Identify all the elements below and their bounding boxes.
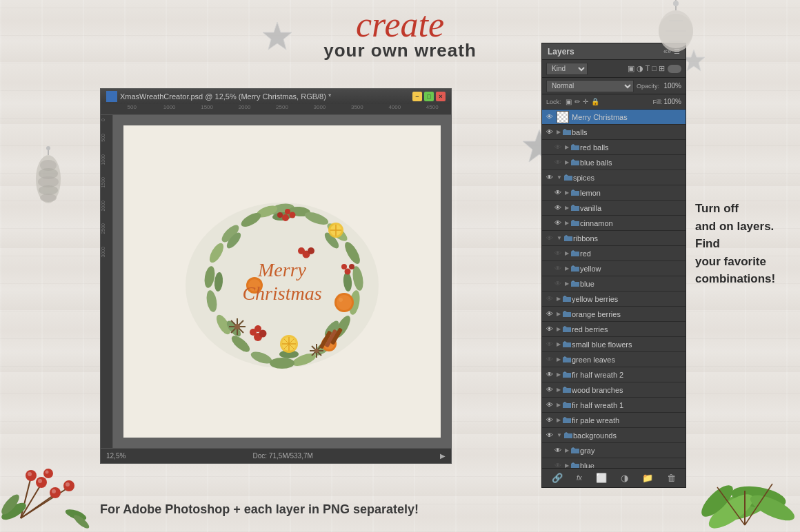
folder-expand-icon[interactable]: ▶	[565, 447, 569, 453]
ps-maximize-button[interactable]: □	[424, 92, 434, 101]
folder-expand-icon[interactable]: ▶	[557, 417, 561, 423]
layer-visibility-toggle[interactable]: 👁	[545, 416, 554, 425]
layer-visibility-toggle[interactable]: 👁	[545, 370, 554, 380]
folder-icon	[570, 158, 580, 166]
photoshop-window[interactable]: XmasWreathCreator.psd @ 12,5% (Merry Chr…	[100, 88, 452, 464]
folder-expand-icon[interactable]: ▶	[557, 356, 561, 362]
lock-all-icon[interactable]: 🔒	[591, 98, 599, 105]
filter-pixel-icon[interactable]: ▣	[628, 64, 634, 73]
layer-visibility-toggle[interactable]: 👁	[545, 355, 554, 365]
layer-visibility-toggle[interactable]: 👁	[553, 446, 563, 456]
folder-expand-icon[interactable]: ▶	[557, 296, 561, 302]
layer-visibility-toggle[interactable]: 👁	[545, 112, 554, 122]
layer-item[interactable]: 👁 Merry Christmas	[542, 110, 686, 125]
fill-value[interactable]: 100%	[663, 98, 681, 105]
layer-item[interactable]: 👁 ▶ cinnamon	[542, 216, 686, 231]
filter-smart-icon[interactable]: ⊞	[659, 64, 665, 73]
opacity-value[interactable]: 100%	[661, 82, 681, 90]
folder-expand-icon[interactable]: ▼	[557, 235, 562, 241]
ps-minimize-button[interactable]: −	[412, 92, 422, 101]
folder-expand-icon[interactable]: ▶	[557, 387, 561, 393]
layer-visibility-toggle[interactable]: 👁	[553, 218, 563, 228]
ps-window-controls[interactable]: − □ ×	[412, 92, 446, 101]
link-layers-icon[interactable]: 🔗	[552, 473, 563, 483]
folder-expand-icon[interactable]: ▶	[565, 280, 569, 287]
layer-visibility-toggle[interactable]: 👁	[553, 203, 563, 213]
layer-item[interactable]: 👁 ▶ vanilla	[542, 201, 686, 216]
layer-item[interactable]: 👁 ▶ blue	[542, 276, 686, 291]
ps-close-button[interactable]: ×	[436, 92, 446, 101]
layer-visibility-toggle[interactable]: 👁	[545, 234, 554, 243]
new-group-icon[interactable]: 📁	[642, 473, 653, 483]
folder-expand-icon[interactable]: ▶	[565, 144, 569, 150]
filter-toggle[interactable]	[668, 65, 681, 73]
layer-visibility-toggle[interactable]: 👁	[545, 173, 554, 183]
layer-item[interactable]: 👁 ▶ fir pale wreath	[542, 413, 686, 428]
folder-expand-icon[interactable]: ▶	[565, 265, 569, 272]
layer-visibility-toggle[interactable]: 👁	[545, 127, 554, 137]
folder-expand-icon[interactable]: ▶	[557, 129, 561, 135]
layer-visibility-toggle[interactable]: 👁	[553, 264, 563, 274]
layer-item[interactable]: 👁 ▶ lemon	[542, 185, 686, 201]
layer-item[interactable]: 👁 ▶ red berries	[542, 322, 686, 337]
layer-item[interactable]: 👁 ▶ blue balls	[542, 155, 686, 170]
folder-expand-icon[interactable]: ▶	[557, 371, 561, 378]
folder-expand-icon[interactable]: ▼	[557, 432, 562, 438]
layer-item[interactable]: 👁 ▶ red balls	[542, 140, 686, 155]
folder-expand-icon[interactable]: ▶	[565, 220, 569, 226]
layer-item[interactable]: 👁 ▼ ribbons	[542, 231, 686, 246]
filter-text-icon[interactable]: T	[646, 64, 650, 73]
folder-expand-icon[interactable]: ▶	[557, 326, 561, 332]
layer-item[interactable]: 👁 ▶ orange berries	[542, 307, 686, 322]
adjustment-layer-icon[interactable]: ◑	[621, 473, 628, 483]
layer-visibility-toggle[interactable]: 👁	[545, 431, 554, 440]
filter-adjust-icon[interactable]: ◑	[637, 64, 643, 73]
folder-expand-icon[interactable]: ▶	[565, 250, 569, 256]
folder-expand-icon[interactable]: ▶	[565, 159, 569, 165]
layers-panel[interactable]: Layers «» ☰ Kind Name Effect ▣ ◑ T □ ⊞	[541, 43, 686, 488]
layer-visibility-toggle[interactable]: 👁	[553, 279, 563, 289]
layer-visibility-toggle[interactable]: 👁	[545, 309, 554, 319]
delete-layer-icon[interactable]: 🗑	[667, 473, 676, 483]
layer-visibility-toggle[interactable]: 👁	[553, 461, 563, 469]
layer-item[interactable]: 👁 ▶ gray	[542, 443, 686, 458]
folder-expand-icon[interactable]: ▶	[557, 402, 561, 408]
lock-transparency-icon[interactable]: ▣	[566, 98, 572, 105]
layer-item[interactable]: 👁 ▶ fir half wreath 1	[542, 398, 686, 413]
layer-visibility-toggle[interactable]: 👁	[545, 294, 554, 304]
folder-expand-icon[interactable]: ▶	[557, 311, 561, 317]
layer-visibility-toggle[interactable]: 👁	[545, 385, 554, 395]
layer-item[interactable]: 👁 ▼ backgrounds	[542, 428, 686, 443]
folder-expand-icon[interactable]: ▼	[557, 174, 562, 181]
layer-item[interactable]: 👁 ▶ green leaves	[542, 352, 686, 367]
layer-item[interactable]: 👁 ▶ fir half wreath 2	[542, 367, 686, 382]
layer-item[interactable]: 👁 ▶ yellow	[542, 261, 686, 276]
layer-visibility-toggle[interactable]: 👁	[545, 340, 554, 349]
layer-item[interactable]: 👁 ▶ small blue flowers	[542, 337, 686, 352]
layer-item[interactable]: 👁 ▶ yellow berries	[542, 291, 686, 307]
layer-item[interactable]: 👁 ▶ balls	[542, 125, 686, 140]
layer-item[interactable]: 👁 ▶ blue	[542, 458, 686, 468]
lock-paint-icon[interactable]: ✏	[574, 98, 580, 105]
layer-visibility-toggle[interactable]: 👁	[545, 400, 554, 410]
folder-expand-icon[interactable]: ▶	[565, 462, 569, 468]
filter-shape-icon[interactable]: □	[652, 64, 657, 73]
layers-list[interactable]: 👁 Merry Christmas 👁 ▶ balls 👁 ▶ red ball…	[542, 110, 686, 468]
layer-item[interactable]: 👁 ▶ red	[542, 246, 686, 261]
folder-expand-icon[interactable]: ▶	[565, 190, 569, 196]
layer-visibility-toggle[interactable]: 👁	[553, 158, 563, 167]
lock-move-icon[interactable]: ✛	[583, 98, 588, 105]
layer-visibility-toggle[interactable]: 👁	[545, 325, 554, 334]
add-mask-icon[interactable]: ⬜	[596, 473, 607, 483]
blend-mode-select[interactable]: Normal Multiply Screen	[546, 80, 634, 92]
layer-item[interactable]: 👁 ▶ wood branches	[542, 382, 686, 398]
layer-item[interactable]: 👁 ▼ spices	[542, 170, 686, 185]
layer-visibility-toggle[interactable]: 👁	[553, 188, 563, 198]
fx-icon[interactable]: fx	[577, 474, 582, 482]
eye-icon: 👁	[554, 143, 561, 151]
layer-visibility-toggle[interactable]: 👁	[553, 143, 563, 152]
layer-filter-select[interactable]: Kind Name Effect	[546, 63, 588, 75]
folder-expand-icon[interactable]: ▶	[557, 341, 561, 347]
layer-visibility-toggle[interactable]: 👁	[553, 249, 563, 258]
folder-expand-icon[interactable]: ▶	[565, 205, 569, 211]
